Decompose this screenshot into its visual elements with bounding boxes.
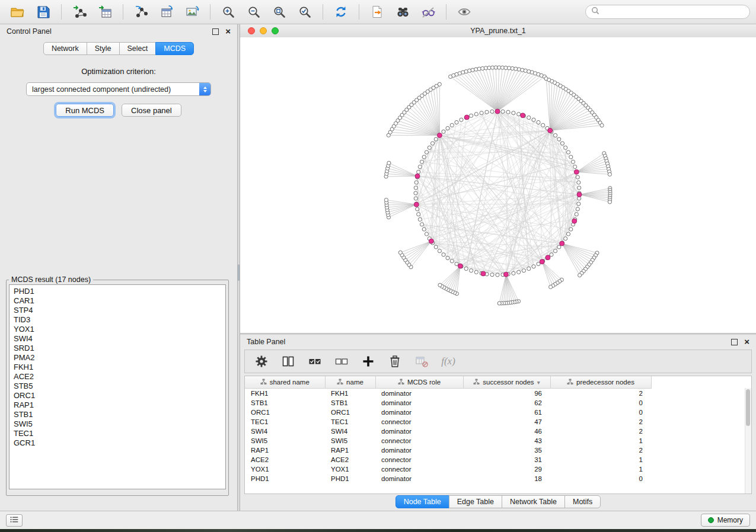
find-icon[interactable] [391, 2, 414, 21]
glasses-icon[interactable] [416, 2, 440, 21]
mcds-result-item[interactable]: GCR1 [14, 438, 221, 448]
zoom-fit-icon[interactable] [267, 2, 291, 21]
run-mcds-button[interactable]: Run MCDS [56, 104, 114, 117]
mcds-result-item[interactable]: ACE2 [14, 372, 221, 382]
table-cell [651, 455, 751, 464]
mcds-result-list[interactable]: PHD1CAR1STP4TID3YOX1SWI4SRD1PMA2FKH1ACE2… [9, 284, 226, 489]
column-header-shared-name[interactable]: shared name [245, 376, 325, 389]
mcds-result-item[interactable]: STP4 [14, 306, 221, 315]
table-scrollbar[interactable] [745, 388, 751, 493]
zoom-selected-icon[interactable] [293, 2, 317, 21]
mcds-result-item[interactable]: CAR1 [14, 296, 221, 306]
mcds-result-item[interactable]: STB5 [14, 382, 221, 391]
table-row[interactable]: ORC1ORC1dominator610 [245, 408, 751, 417]
open-file-icon[interactable] [6, 2, 30, 21]
export-image-icon[interactable] [180, 2, 204, 21]
window-maximize-button[interactable] [272, 27, 279, 34]
add-row-icon[interactable] [359, 352, 377, 370]
table-row[interactable]: SWI4SWI4dominator462 [245, 427, 751, 436]
mcds-result-item[interactable]: SWI5 [14, 419, 221, 429]
tab-node-table[interactable]: Node Table [395, 495, 449, 508]
refresh-icon[interactable] [329, 2, 353, 21]
import-table-from-file-icon[interactable] [93, 2, 117, 21]
mcds-result-item[interactable]: TEC1 [14, 429, 221, 438]
mcds-result-item[interactable]: SRD1 [14, 344, 221, 353]
table-cell: ACE2 [325, 455, 375, 464]
toolbar-separator [446, 4, 446, 20]
optimization-dropdown-value: largest connected component (undirected) [27, 85, 199, 94]
column-header-name[interactable]: name [325, 376, 375, 389]
control-panel-close-icon[interactable]: × [225, 28, 231, 34]
table-cell: connector [375, 436, 463, 446]
table-cell: 2 [550, 389, 651, 399]
table-row[interactable]: RAP1RAP1dominator352 [245, 446, 751, 455]
table-panel-title: Table Panel [247, 338, 285, 346]
mcds-result-item[interactable]: TID3 [14, 315, 221, 325]
new-table-icon[interactable] [155, 2, 178, 21]
mcds-result-item[interactable]: STB1 [14, 410, 221, 419]
column-header-predecessor-nodes[interactable]: predecessor nodes [550, 376, 651, 389]
column-sort-icon [567, 379, 573, 386]
memory-button[interactable]: Memory [701, 514, 750, 527]
panel-menu-button[interactable] [6, 514, 23, 527]
table-row[interactable]: SWI5SWI5connector431 [245, 436, 751, 446]
table-header-row: shared namenameMCDS rolesuccessor nodes▾… [245, 376, 751, 389]
tab-mcds[interactable]: MCDS [155, 42, 194, 55]
table-row[interactable]: STB1STB1dominator620 [245, 398, 751, 408]
mcds-result-item[interactable]: RAP1 [14, 400, 221, 410]
scrollbar-thumb[interactable] [746, 389, 750, 426]
column-header-successor-nodes[interactable]: successor nodes▾ [463, 376, 550, 389]
new-network-icon[interactable] [129, 2, 153, 21]
zoom-in-icon[interactable] [216, 2, 240, 21]
zoom-out-icon[interactable] [242, 2, 266, 21]
tab-style[interactable]: Style [87, 42, 120, 55]
tab-network[interactable]: Network [43, 42, 87, 55]
table-cell: dominator [375, 389, 463, 399]
table-cell: 31 [463, 455, 550, 464]
table-row[interactable]: TEC1TEC1connector472 [245, 417, 751, 427]
splitter-handle[interactable] [238, 264, 240, 281]
table-cell [651, 417, 751, 427]
table-panel-float-icon[interactable] [731, 339, 738, 345]
table-row[interactable]: PHD1PHD1dominator180 [245, 474, 751, 483]
search-input[interactable] [599, 7, 744, 17]
network-graph-canvas[interactable] [240, 37, 756, 333]
split-panel-icon[interactable] [279, 352, 297, 370]
table-cell: ORC1 [245, 408, 325, 417]
mcds-result-item[interactable]: PMA2 [14, 353, 221, 363]
tab-edge-table[interactable]: Edge Table [449, 495, 502, 508]
clear-table-icon[interactable] [413, 352, 430, 370]
window-minimize-button[interactable] [260, 27, 267, 34]
share-document-icon[interactable] [365, 2, 389, 21]
deselect-all-icon[interactable] [333, 352, 350, 370]
mcds-result-item[interactable]: SWI4 [14, 334, 221, 344]
table-row[interactable]: FKH1FKH1dominator962 [245, 389, 751, 399]
table-cell: TEC1 [325, 417, 375, 427]
window-close-button[interactable] [248, 27, 255, 34]
settings-icon[interactable] [253, 352, 270, 370]
table-row[interactable]: ACE2ACE2connector311 [245, 455, 751, 464]
control-panel-float-icon[interactable] [212, 28, 219, 35]
tab-select[interactable]: Select [119, 42, 157, 55]
optimization-dropdown[interactable]: largest connected component (undirected) [26, 82, 211, 96]
tab-motifs[interactable]: Motifs [564, 495, 601, 508]
table-panel-close-icon[interactable]: × [744, 339, 749, 345]
table-cell: 96 [463, 389, 550, 399]
mcds-result-item[interactable]: PHD1 [14, 287, 221, 296]
mcds-result-item[interactable]: FKH1 [14, 363, 221, 372]
import-network-from-file-icon[interactable] [68, 2, 91, 21]
mcds-result-item[interactable]: ORC1 [14, 391, 221, 400]
search-box[interactable] [585, 5, 750, 19]
tab-network-table[interactable]: Network Table [502, 495, 565, 508]
function-builder-icon[interactable]: f(x) [439, 352, 457, 370]
close-panel-button[interactable]: Close panel [122, 104, 181, 117]
mcds-result-group: MCDS result (17 nodes) PHD1CAR1STP4TID3Y… [6, 275, 229, 496]
table-row[interactable]: YOX1YOX1connector291 [245, 464, 751, 474]
eye-icon[interactable] [452, 2, 476, 21]
select-all-icon[interactable] [306, 352, 324, 370]
dropdown-stepper-icon [199, 83, 210, 95]
column-header-mcds-role[interactable]: MCDS role [375, 376, 463, 389]
delete-row-icon[interactable] [386, 352, 404, 370]
save-session-icon[interactable] [31, 2, 55, 21]
mcds-result-item[interactable]: YOX1 [14, 325, 221, 334]
